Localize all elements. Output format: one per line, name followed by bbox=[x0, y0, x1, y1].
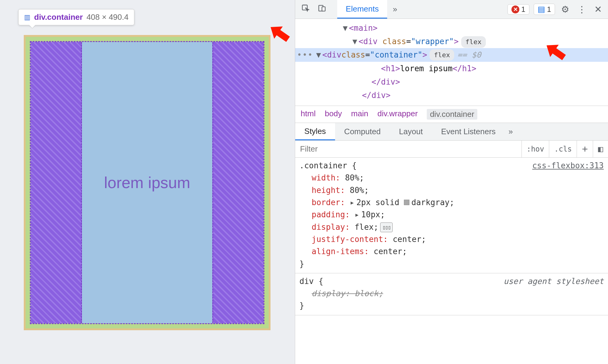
css-prop-justify-content[interactable]: justify-content: center; bbox=[312, 233, 604, 245]
error-count: 1 bbox=[521, 5, 525, 14]
preview-heading: lorem ipsum bbox=[104, 173, 190, 192]
rule-source-link[interactable]: css-flexbox:313 bbox=[532, 159, 604, 172]
tooltip-arrow-icon bbox=[29, 25, 35, 28]
flex-free-space-right bbox=[212, 42, 263, 323]
rule-source-ua: user agent stylesheet bbox=[504, 275, 604, 287]
message-icon: ▤ bbox=[538, 5, 545, 14]
devtools-toolbar: Elements » ✕ 1 ▤ 1 ⚙ ⋮ ✕ bbox=[295, 0, 608, 19]
console-ref: == $0 bbox=[457, 48, 481, 61]
css-rules-pane[interactable]: css-flexbox:313 .container { width: 80%;… bbox=[295, 158, 608, 364]
css-prop-border[interactable]: border: ▸2px solid darkgray; bbox=[312, 196, 604, 208]
inspected-content-box: lorem ipsum bbox=[82, 42, 212, 323]
dom-node-div-close[interactable]: </div> bbox=[295, 89, 608, 102]
ellipsis-icon[interactable]: ••• bbox=[295, 48, 316, 61]
devtools-panel: Elements » ✕ 1 ▤ 1 ⚙ ⋮ ✕ ▼<main> ▼<div c… bbox=[295, 0, 608, 364]
device-toggle-icon[interactable] bbox=[315, 2, 329, 16]
flex-icon: ▥ bbox=[24, 13, 30, 21]
tooltip-dimensions: 408 × 490.4 bbox=[87, 12, 129, 22]
message-count: 1 bbox=[547, 5, 551, 14]
tooltip-tag: div.container bbox=[34, 12, 83, 22]
flexbox-editor-icon[interactable]: ▯▯▯ bbox=[380, 222, 393, 232]
flex-badge[interactable]: flex bbox=[461, 36, 486, 47]
css-prop-width[interactable]: width: 80%; bbox=[312, 172, 604, 184]
svg-marker-0 bbox=[266, 21, 292, 45]
expand-shorthand-icon[interactable]: ▸ bbox=[350, 198, 355, 207]
toggle-class-button[interactable]: .cls bbox=[549, 141, 577, 157]
crumb-container[interactable]: div.container bbox=[427, 109, 477, 120]
dom-tree[interactable]: ▼<main> ▼<div class="wrapper">flex ••• ▼… bbox=[295, 19, 608, 106]
styles-filter-input[interactable] bbox=[295, 141, 522, 157]
error-icon: ✕ bbox=[511, 5, 519, 13]
tab-layout[interactable]: Layout bbox=[390, 123, 432, 140]
more-subtabs-icon[interactable]: » bbox=[505, 127, 516, 136]
styles-filter-bar: :hov .cls + ◧ bbox=[295, 141, 608, 158]
color-swatch-icon[interactable] bbox=[404, 200, 409, 205]
tab-elements[interactable]: Elements bbox=[337, 0, 387, 19]
crumb-wrapper[interactable]: div.wrapper bbox=[377, 109, 418, 120]
rule-selector[interactable]: div { bbox=[299, 277, 323, 286]
css-prop-height[interactable]: height: 80%; bbox=[312, 184, 604, 196]
css-prop-padding[interactable]: padding: ▸10px; bbox=[312, 208, 604, 221]
crumb-main[interactable]: main bbox=[351, 109, 368, 120]
tab-event-listeners[interactable]: Event Listeners bbox=[432, 123, 505, 140]
tab-styles[interactable]: Styles bbox=[295, 123, 335, 140]
element-tooltip: ▥ div.container 408 × 490.4 bbox=[18, 9, 134, 25]
more-tabs-icon[interactable]: » bbox=[389, 5, 401, 14]
flex-badge[interactable]: flex bbox=[429, 49, 454, 61]
dom-node-h1[interactable]: <h1>lorem ipsum</h1> bbox=[295, 62, 608, 75]
rule-selector[interactable]: .container { bbox=[299, 161, 357, 170]
dom-node-div-close[interactable]: </div> bbox=[295, 75, 608, 89]
new-rule-button[interactable]: + bbox=[577, 141, 593, 157]
toggle-hover-button[interactable]: :hov bbox=[522, 141, 550, 157]
css-rule-container[interactable]: css-flexbox:313 .container { width: 80%;… bbox=[295, 158, 608, 273]
inspected-element-box-model[interactable]: lorem ipsum bbox=[24, 35, 270, 330]
inspected-padding-box: lorem ipsum bbox=[30, 41, 264, 324]
inspect-element-icon[interactable] bbox=[298, 2, 313, 16]
css-prop-display-overridden[interactable]: display: block; bbox=[312, 287, 604, 299]
rule-close-brace: } bbox=[299, 301, 304, 310]
crumb-body[interactable]: body bbox=[325, 109, 342, 120]
dom-breadcrumb: html body main div.wrapper div.container bbox=[295, 106, 608, 123]
css-rule-ua-div[interactable]: user agent stylesheet div { display: blo… bbox=[295, 273, 608, 315]
settings-icon[interactable]: ⚙ bbox=[558, 4, 572, 15]
devtools-main-tabs: Elements bbox=[337, 0, 387, 19]
close-icon[interactable]: ✕ bbox=[591, 4, 605, 15]
tab-computed[interactable]: Computed bbox=[335, 123, 390, 140]
dom-node-main[interactable]: ▼<main> bbox=[295, 21, 608, 35]
styles-subtabs: Styles Computed Layout Event Listeners » bbox=[295, 123, 608, 141]
message-count-badge[interactable]: ▤ 1 bbox=[534, 4, 555, 15]
rule-close-brace: } bbox=[299, 259, 304, 268]
expand-shorthand-icon[interactable]: ▸ bbox=[355, 210, 359, 219]
error-count-badge[interactable]: ✕ 1 bbox=[507, 4, 529, 15]
css-prop-display[interactable]: display: flex;▯▯▯ bbox=[312, 221, 604, 233]
css-prop-align-items[interactable]: align-items: center; bbox=[312, 245, 604, 257]
flex-free-space-left bbox=[31, 42, 82, 323]
svg-rect-4 bbox=[322, 7, 325, 11]
computed-sidebar-toggle-icon[interactable]: ◧ bbox=[593, 141, 608, 157]
page-preview-pane: ▥ div.container 408 × 490.4 lorem ipsum bbox=[0, 0, 295, 364]
more-menu-icon[interactable]: ⋮ bbox=[574, 4, 589, 15]
crumb-html[interactable]: html bbox=[301, 109, 316, 120]
